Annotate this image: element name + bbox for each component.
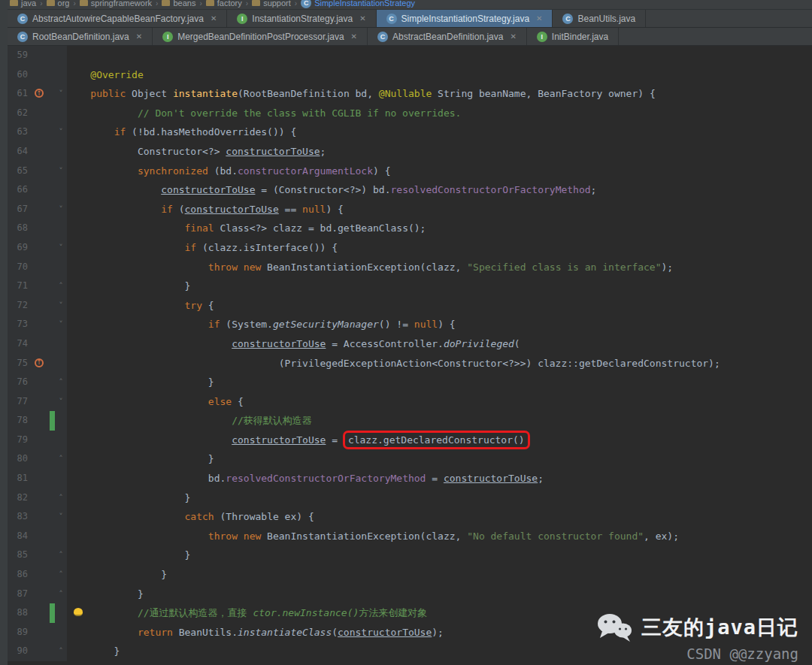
fold-open-icon[interactable]: ˅ xyxy=(59,243,63,252)
editor-tab[interactable]: CRootBeanDefinition.java✕ xyxy=(8,28,153,45)
line-number[interactable]: 87 xyxy=(8,585,30,604)
line-number[interactable]: 75 xyxy=(8,354,30,373)
code-line[interactable]: 86˄ } xyxy=(8,565,812,585)
vcs-change-bar[interactable] xyxy=(50,411,55,431)
fold-close-icon[interactable]: ˄ xyxy=(59,570,63,579)
code-line[interactable]: 69˅ if (clazz.isInterface()) { xyxy=(8,238,812,258)
breadcrumb-item[interactable]: factory xyxy=(206,0,242,8)
code-line[interactable]: 67˅ if (constructorToUse == null) { xyxy=(8,200,812,219)
code-line[interactable]: 64 Constructor<?> constructorToUse; xyxy=(8,142,812,162)
fold-close-icon[interactable]: ˄ xyxy=(59,493,63,503)
line-number[interactable]: 68 xyxy=(8,219,30,238)
line-number[interactable]: 65 xyxy=(8,162,30,181)
code-line[interactable]: 62 // Don't override the class with CGLI… xyxy=(8,104,812,123)
code-line[interactable]: 84 throw new BeanInstantiationException(… xyxy=(8,527,812,546)
code-line[interactable]: 66 constructorToUse = (Constructor<?>) b… xyxy=(8,180,812,200)
code-line[interactable]: 63˅ if (!bd.hasMethodOverrides()) { xyxy=(8,122,812,142)
breadcrumb-item-current[interactable]: CSimpleInstantiationStrategy xyxy=(301,0,415,8)
line-number[interactable]: 79 xyxy=(8,431,30,450)
editor-tab[interactable]: CSimpleInstantiationStrategy.java✕ xyxy=(377,10,553,27)
code-line[interactable]: 79 constructorToUse = clazz.getDeclaredC… xyxy=(8,431,812,450)
code-line[interactable]: 85˄ } xyxy=(8,546,812,565)
line-number[interactable]: 64 xyxy=(8,142,30,162)
tab-close-icon[interactable]: ✕ xyxy=(510,32,516,41)
tab-close-icon[interactable]: ✕ xyxy=(136,32,142,41)
line-number[interactable]: 82 xyxy=(8,488,30,508)
line-number[interactable]: 88 xyxy=(8,603,30,623)
editor-tab[interactable]: IInstantiationStrategy.java✕ xyxy=(227,10,376,27)
code-line[interactable]: 75↑ (PrivilegedExceptionAction<Construct… xyxy=(8,354,812,373)
line-number[interactable]: 60 xyxy=(8,65,30,85)
tab-close-icon[interactable]: ✕ xyxy=(359,14,365,23)
line-number[interactable]: 71 xyxy=(8,277,30,296)
line-number[interactable]: 59 xyxy=(8,46,30,65)
editor-tab[interactable]: CAbstractBeanDefinition.java✕ xyxy=(368,28,527,45)
code-line[interactable]: 78 //获得默认构造器 xyxy=(8,411,812,431)
line-number[interactable]: 74 xyxy=(8,334,30,354)
override-method-icon[interactable]: ↑ xyxy=(35,358,44,367)
fold-close-icon[interactable]: ˄ xyxy=(59,646,63,656)
breadcrumb-item[interactable]: beans xyxy=(162,0,195,8)
breadcrumb-item[interactable]: support xyxy=(252,0,291,8)
fold-close-icon[interactable]: ˄ xyxy=(59,281,63,291)
tab-close-icon[interactable]: ✕ xyxy=(536,14,542,23)
line-number[interactable]: 61 xyxy=(8,84,30,104)
line-number[interactable]: 63 xyxy=(8,122,30,142)
fold-open-icon[interactable]: ˅ xyxy=(59,512,63,521)
line-number[interactable]: 77 xyxy=(8,392,30,412)
line-number[interactable]: 85 xyxy=(8,546,30,565)
code-line[interactable]: 80˄ } xyxy=(8,449,812,469)
line-number[interactable]: 84 xyxy=(8,527,30,546)
fold-open-icon[interactable]: ˅ xyxy=(59,319,63,329)
fold-open-icon[interactable]: ˅ xyxy=(59,301,63,310)
breadcrumb-item[interactable]: java xyxy=(10,0,36,8)
line-number[interactable]: 90 xyxy=(8,642,30,661)
fold-open-icon[interactable]: ˅ xyxy=(59,89,63,98)
line-number[interactable]: 73 xyxy=(8,315,30,334)
line-number[interactable]: 89 xyxy=(8,623,30,642)
code-line[interactable]: 61↑˅ public Object instantiate(RootBeanD… xyxy=(8,84,812,104)
code-line[interactable]: 71˄ } xyxy=(8,277,812,296)
fold-close-icon[interactable]: ˄ xyxy=(59,589,63,599)
breadcrumb-item[interactable]: org xyxy=(47,0,70,8)
editor-tab[interactable]: CBeanUtils.java xyxy=(553,10,646,27)
fold-open-icon[interactable]: ˅ xyxy=(59,127,63,137)
override-method-icon[interactable]: ↑ xyxy=(35,89,44,98)
code-line[interactable]: 76˄ } xyxy=(8,373,812,392)
code-line[interactable]: 60 @Override xyxy=(8,65,812,85)
fold-close-icon[interactable]: ˄ xyxy=(59,377,63,387)
editor-tab[interactable]: IInitBinder.java xyxy=(527,28,619,45)
line-number[interactable]: 69 xyxy=(8,238,30,258)
line-number[interactable]: 72 xyxy=(8,296,30,316)
code-line[interactable]: 87˄ } xyxy=(8,585,812,604)
line-number[interactable]: 62 xyxy=(8,104,30,123)
code-line[interactable]: 72˅ try { xyxy=(8,296,812,316)
intention-bulb-icon[interactable] xyxy=(74,608,83,616)
code-line[interactable]: 65˅ synchronized (bd.constructorArgument… xyxy=(8,162,812,181)
fold-open-icon[interactable]: ˅ xyxy=(59,166,63,176)
code-line[interactable]: 82˄ } xyxy=(8,488,812,508)
line-number[interactable]: 67 xyxy=(8,200,30,219)
line-number[interactable]: 66 xyxy=(8,180,30,200)
code-line[interactable]: 70 throw new BeanInstantiationException(… xyxy=(8,258,812,277)
line-number[interactable]: 86 xyxy=(8,565,30,585)
tab-close-icon[interactable]: ✕ xyxy=(211,14,217,23)
fold-close-icon[interactable]: ˄ xyxy=(59,454,63,464)
editor-tab[interactable]: IMergedBeanDefinitionPostProcessor.java✕ xyxy=(153,28,368,45)
code-line[interactable]: 74 constructorToUse = AccessController.d… xyxy=(8,334,812,354)
code-line[interactable]: 73˅ if (System.getSecurityManager() != n… xyxy=(8,315,812,334)
fold-open-icon[interactable]: ˅ xyxy=(59,397,63,407)
code-line[interactable]: 68 final Class<?> clazz = bd.getBeanClas… xyxy=(8,219,812,238)
code-line[interactable]: 83˅ catch (Throwable ex) { xyxy=(8,507,812,527)
vcs-change-bar[interactable] xyxy=(50,603,55,623)
fold-open-icon[interactable]: ˅ xyxy=(59,204,63,214)
breadcrumb-item[interactable]: springframework xyxy=(80,0,152,8)
code-line[interactable]: 81 bd.resolvedConstructorOrFactoryMethod… xyxy=(8,469,812,488)
line-number[interactable]: 76 xyxy=(8,373,30,392)
line-number[interactable]: 80 xyxy=(8,449,30,469)
code-line[interactable]: 59 xyxy=(8,46,812,65)
fold-close-icon[interactable]: ˄ xyxy=(59,550,63,560)
editor-tab[interactable]: CAbstractAutowireCapableBeanFactory.java… xyxy=(8,10,227,27)
line-number[interactable]: 83 xyxy=(8,507,30,527)
tab-close-icon[interactable]: ✕ xyxy=(351,32,357,41)
